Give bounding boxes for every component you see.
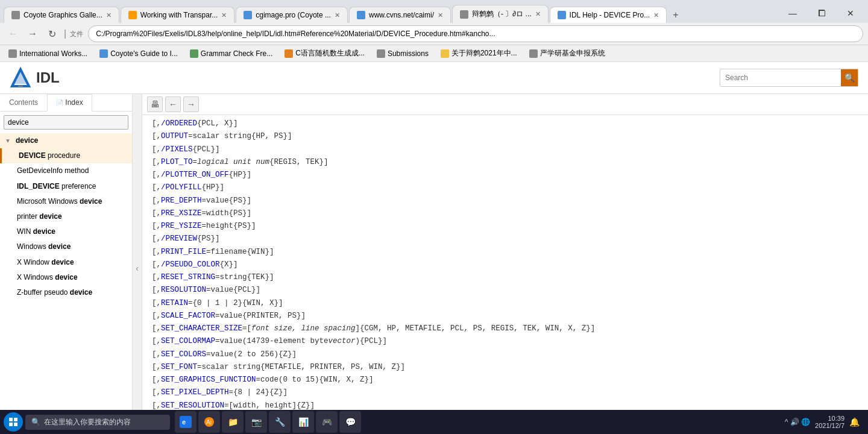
tab-6-label: IDL Help - DEVICE Pro... — [570, 11, 650, 19]
sidebar-item-win[interactable]: WIN device — [0, 224, 132, 239]
tab-1[interactable]: Coyote Graphics Galle... ✕ — [4, 7, 119, 23]
forward-content-button[interactable]: → — [183, 96, 199, 112]
tab-4-close[interactable]: ✕ — [438, 11, 443, 19]
tab-contents[interactable]: Contents — [0, 94, 47, 111]
tab-2-close[interactable]: ✕ — [221, 11, 227, 19]
link-set-pixel-depth[interactable]: SET_PIXEL_DEPTH — [161, 386, 229, 399]
tab-bar: Coyote Graphics Galle... ✕ Working with … — [0, 0, 868, 23]
sidebar-collapse-button[interactable]: ‹ — [133, 94, 142, 434]
tab-1-close[interactable]: ✕ — [106, 11, 112, 19]
link-set-char-size[interactable]: SET_CHARACTER_SIZE — [161, 322, 242, 335]
sidebar: Contents 📄 Index ▼ device DEVICE procedu… — [0, 94, 133, 434]
sidebar-search-input[interactable] — [4, 115, 128, 130]
bookmark-5-label: Submissions — [388, 49, 429, 58]
tab-3[interactable]: cgimage.pro (Coyote ... ✕ — [236, 7, 348, 23]
link-plotter[interactable]: /PLOTTER_ON_OFF — [161, 169, 229, 181]
link-set-colormap[interactable]: SET_COLORMAP — [161, 335, 215, 348]
taskbar-app-8[interactable]: 💬 — [339, 411, 361, 433]
sidebar-item-microsoft-windows[interactable]: Microsoft Windows device — [0, 194, 132, 209]
link-pre-ysize[interactable]: PRE_YSIZE — [161, 220, 202, 233]
tab-6-close[interactable]: ✕ — [653, 11, 659, 19]
bookmark-1[interactable]: International Works... — [5, 48, 91, 59]
taskbar-app-1[interactable]: e — [175, 411, 197, 433]
taskbar-app-2[interactable]: Ai — [198, 411, 220, 433]
sidebar-item-device[interactable]: ▼ device — [0, 133, 132, 148]
bookmark-3-icon — [190, 49, 198, 58]
taskbar-app-7[interactable]: 🎮 — [316, 411, 338, 433]
tab-5-close[interactable]: ✕ — [535, 10, 541, 18]
sidebar-item-zbuffer[interactable]: Z-buffer pseudo device — [0, 285, 132, 300]
bookmark-2[interactable]: Coyote's Guide to I... — [96, 48, 181, 59]
bookmark-6[interactable]: 关于辩鹩2021年中... — [437, 47, 521, 60]
tab-4[interactable]: www.cvns.net/caimi/ ✕ — [349, 7, 451, 23]
sidebar-item-device-procedure[interactable]: DEVICE procedure — [0, 148, 132, 163]
content-line: [, /ORDERED{PCL, X}] — [152, 118, 858, 130]
content-line: [, PRE_YSIZE=height{PS}] — [152, 220, 858, 233]
link-plot-to[interactable]: PLOT_TO — [161, 156, 193, 169]
link-preview[interactable]: /PREVIEW — [161, 233, 197, 245]
browser-window: Coyote Graphics Galle... ✕ Working with … — [0, 0, 868, 62]
bookmark-4[interactable]: C语言随机数生成成... — [281, 47, 368, 60]
back-content-button[interactable]: ← — [165, 96, 181, 112]
sidebar-item-getdeviceinfo[interactable]: GetDeviceInfo method — [0, 163, 132, 178]
link-scale-factor[interactable]: SCALE_FACTOR — [161, 310, 215, 322]
sidebar-item-xwindow[interactable]: X Window device — [0, 255, 132, 270]
maximize-button[interactable]: ⧠ — [808, 4, 835, 23]
content-line: [, SET_COLORMAP=value(14739-element byte… — [152, 335, 858, 348]
back-button[interactable]: ← — [5, 25, 22, 42]
tab-5-favicon — [460, 10, 468, 19]
minimize-button[interactable]: — — [779, 4, 807, 23]
link-polyfill[interactable]: /POLYFILL — [161, 181, 202, 194]
search-input[interactable] — [720, 69, 841, 86]
close-button[interactable]: ✕ — [837, 4, 864, 23]
sidebar-item-printer[interactable]: printer device — [0, 209, 132, 224]
link-retain[interactable]: RETAIN — [161, 297, 188, 310]
link-output[interactable]: OUTPUT — [161, 130, 188, 143]
bookmark-7[interactable]: 严学研基金申报系统 — [526, 47, 609, 60]
taskbar-app-5[interactable]: 🔧 — [269, 411, 291, 433]
taskbar-search[interactable]: 🔍 在这里输入你要搜索的内容 — [25, 415, 170, 430]
link-pseudo-color[interactable]: /PSEUDO_COLOR — [161, 259, 220, 271]
link-set-colors[interactable]: SET_COLORS — [161, 348, 206, 361]
tab-5[interactable]: 辩鹩鹩（- 〕∂ロ ... ✕ — [452, 5, 549, 23]
sidebar-item-windows[interactable]: Windows device — [0, 239, 132, 254]
link-set-font[interactable]: SET_FONT — [161, 361, 197, 374]
tab-4-label: www.cvns.net/caimi/ — [369, 11, 434, 19]
link-resolution[interactable]: RESOLUTION — [161, 284, 206, 297]
tab-index[interactable]: 📄 Index — [47, 94, 92, 112]
taskbar-app-6[interactable]: 📊 — [292, 411, 314, 433]
bookmark-4-label: C语言随机数生成成... — [295, 48, 365, 58]
tab-2-label: Working with Transpar... — [140, 11, 218, 19]
link-reset-string[interactable]: RESET_STRING — [161, 271, 215, 284]
link-set-graphics[interactable]: SET_GRAPHICS_FUNCTION — [161, 374, 256, 386]
print-button[interactable]: 🖶 — [147, 96, 163, 112]
search-button[interactable]: 🔍 — [841, 69, 858, 86]
sidebar-item-xwindows[interactable]: X Windows device — [0, 270, 132, 285]
notification-icon[interactable]: 🔔 — [849, 417, 860, 427]
tab-6[interactable]: IDL Help - DEVICE Pro... ✕ — [550, 7, 667, 23]
link-pre-depth[interactable]: PRE_DEPTH — [161, 195, 202, 207]
bookmark-3[interactable]: Grammar Check Fre... — [186, 48, 276, 59]
sidebar-item-win-label: WIN device — [17, 226, 55, 237]
content-scroll[interactable]: [, /ORDERED{PCL, X}] [, OUTPUT=scalar st… — [142, 115, 868, 434]
tab-3-close[interactable]: ✕ — [335, 11, 340, 19]
reload-button[interactable]: ↻ — [43, 25, 60, 42]
new-tab-button[interactable]: + — [668, 7, 683, 23]
content-line: [, /POLYFILL{HP}] — [152, 181, 858, 194]
address-bar[interactable] — [88, 25, 863, 42]
link-pixels[interactable]: /PIXELS — [161, 143, 193, 156]
svg-text:Ai: Ai — [206, 419, 212, 426]
tab-2[interactable]: Working with Transpar... ✕ — [121, 7, 235, 23]
taskbar-app-4[interactable]: 📷 — [245, 411, 267, 433]
content-line: [, /PLOTTER_ON_OFF{HP}] — [152, 169, 858, 181]
sidebar-item-idl-device[interactable]: IDL_DEVICE preference — [0, 179, 132, 194]
content-line: [, SET_FONT=scalar string{METAFILE, PRIN… — [152, 361, 858, 374]
start-button[interactable] — [4, 412, 23, 432]
link-pre-xsize[interactable]: PRE_XSIZE — [161, 207, 202, 220]
taskbar-app-3[interactable]: 📁 — [222, 411, 244, 433]
bookmark-5[interactable]: Submissions — [373, 48, 432, 59]
forward-button[interactable]: → — [24, 25, 41, 42]
link-print-file[interactable]: PRINT_FILE — [161, 246, 206, 259]
svg-text:e: e — [182, 418, 186, 426]
link-ordered[interactable]: /ORDERED — [161, 118, 197, 130]
